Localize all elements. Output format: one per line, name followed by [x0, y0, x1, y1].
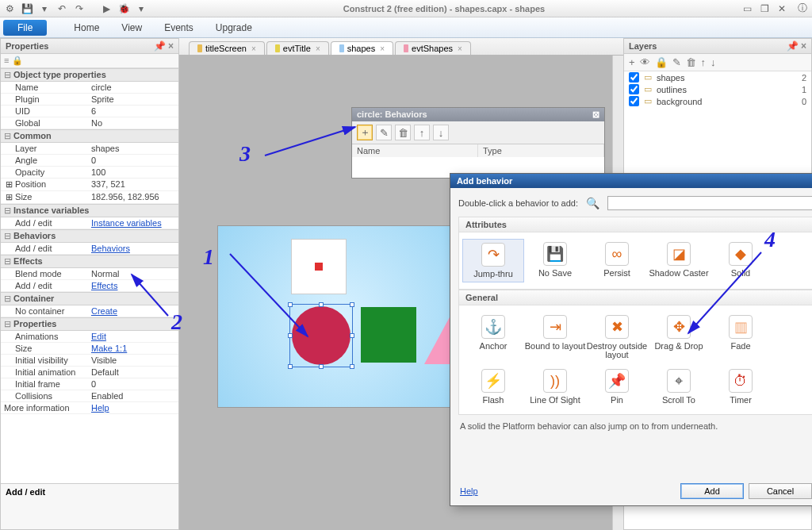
- prop-row[interactable]: Initial frame0: [1, 378, 178, 390]
- behavior-search-input[interactable]: [607, 196, 812, 210]
- add-behavior-button[interactable]: ＋: [357, 125, 373, 140]
- behavior-item-solid[interactable]: ◆Solid: [710, 239, 772, 282]
- prop-row[interactable]: AnimationsEdit: [1, 331, 178, 343]
- help-link[interactable]: Help: [460, 486, 478, 496]
- tab-shapes[interactable]: shapes×: [331, 41, 393, 55]
- prop-tool-icon[interactable]: 🔒: [12, 56, 23, 66]
- panel-close-icon[interactable]: ×: [801, 40, 806, 52]
- behavior-item-anchor[interactable]: ⚓Anchor: [462, 312, 524, 363]
- tab-evtShapes[interactable]: evtShapes×: [395, 41, 471, 55]
- behavior-item-timer[interactable]: ⏱Timer: [710, 366, 772, 408]
- prop-row[interactable]: Initial visibilityVisible: [1, 355, 178, 367]
- cancel-button[interactable]: Cancel: [749, 483, 812, 499]
- tab-evtTitle[interactable]: evtTitle×: [266, 41, 329, 55]
- behavior-item-destroy-outside-layout[interactable]: ✖Destroy outside layout: [586, 312, 648, 363]
- tab-close-icon[interactable]: ×: [316, 44, 320, 53]
- prop-row[interactable]: No containerCreate: [1, 305, 178, 317]
- menu-upgrade[interactable]: Upgrade: [205, 19, 263, 36]
- move-up-icon[interactable]: ↑: [414, 125, 430, 140]
- prop-row[interactable]: Angle0: [1, 155, 178, 167]
- edit-icon[interactable]: ✎: [672, 56, 681, 68]
- help-circle-icon[interactable]: ⓘ: [796, 2, 809, 15]
- behavior-item-line-of-sight[interactable]: ))Line Of Sight: [524, 366, 586, 408]
- layer-visibility-checkbox[interactable]: [629, 96, 639, 106]
- lock-icon[interactable]: 🔒: [655, 56, 668, 68]
- prop-tool-icon[interactable]: ≡: [4, 56, 9, 66]
- prop-group[interactable]: Effects: [1, 255, 178, 268]
- shape-circle-selected[interactable]: [289, 304, 353, 367]
- behavior-item-bound-to-layout[interactable]: ⇥Bound to layout: [524, 312, 586, 363]
- prop-row[interactable]: Add / editEffects: [1, 280, 178, 292]
- behavior-item-scroll-to[interactable]: ⌖Scroll To: [648, 366, 710, 408]
- prop-group[interactable]: Behaviors: [1, 229, 178, 243]
- selection-handles[interactable]: [289, 304, 353, 367]
- prop-group[interactable]: Object type properties: [1, 68, 178, 82]
- layout-frame[interactable]: [217, 225, 463, 408]
- behavior-item-no-save[interactable]: 💾No Save: [524, 239, 586, 282]
- prop-row[interactable]: Add / editInstance variables: [1, 217, 178, 229]
- panel-close-icon[interactable]: ×: [168, 40, 174, 52]
- layer-row[interactable]: ▭background0: [624, 95, 811, 107]
- behavior-item-fade[interactable]: ▥Fade: [710, 312, 772, 363]
- prop-row[interactable]: PluginSprite: [1, 94, 178, 106]
- tab-titleScreen[interactable]: titleScreen×: [189, 41, 265, 55]
- save-icon[interactable]: 💾: [21, 2, 33, 15]
- behavior-item-drag-drop[interactable]: ✥Drag & Drop: [648, 312, 710, 363]
- prop-row[interactable]: GlobalNo: [1, 117, 178, 129]
- move-down-icon[interactable]: ↓: [433, 125, 449, 140]
- shape-square-green[interactable]: [361, 307, 416, 363]
- prop-group[interactable]: Instance variables: [1, 204, 178, 217]
- prop-row[interactable]: SizeMake 1:1: [1, 343, 178, 355]
- prop-row-more-info[interactable]: More informationHelp: [1, 402, 178, 414]
- undo-icon[interactable]: ↶: [56, 2, 68, 15]
- trash-icon[interactable]: 🗑: [686, 56, 696, 68]
- prop-row[interactable]: UID6: [1, 106, 178, 117]
- prop-group[interactable]: Common: [1, 129, 178, 143]
- pin-icon[interactable]: 📌: [787, 40, 799, 52]
- delete-behavior-icon[interactable]: 🗑: [395, 125, 411, 140]
- prop-row[interactable]: Add / editBehaviors: [1, 243, 178, 255]
- move-down-icon[interactable]: ↓: [710, 56, 716, 68]
- behavior-item-jump-thru[interactable]: ↷Jump-thru: [462, 239, 524, 282]
- behavior-item-flash[interactable]: ⚡Flash: [462, 366, 524, 408]
- redo-icon[interactable]: ↷: [73, 2, 86, 15]
- menu-events[interactable]: Events: [153, 19, 205, 36]
- more-icon[interactable]: ▾: [135, 2, 147, 15]
- column-header-type[interactable]: Type: [478, 144, 604, 157]
- prop-row[interactable]: Namecircle: [1, 82, 178, 94]
- add-button[interactable]: Add: [680, 483, 744, 499]
- maximize-icon[interactable]: ❐: [758, 2, 771, 15]
- tab-close-icon[interactable]: ×: [251, 44, 256, 53]
- layer-row[interactable]: ▭outlines1: [624, 83, 811, 95]
- layer-visibility-checkbox[interactable]: [629, 72, 639, 83]
- column-header-name[interactable]: Name: [352, 144, 478, 157]
- menu-view[interactable]: View: [110, 19, 153, 36]
- pin-icon[interactable]: 📌: [154, 40, 166, 52]
- behavior-item-persist[interactable]: ∞Persist: [586, 239, 648, 282]
- prop-row[interactable]: Opacity100: [1, 167, 178, 179]
- prop-row[interactable]: Blend modeNormal: [1, 268, 178, 280]
- file-menu-button[interactable]: File: [3, 20, 47, 36]
- dropdown-icon[interactable]: ▾: [38, 2, 51, 15]
- move-up-icon[interactable]: ↑: [701, 56, 707, 68]
- prop-row[interactable]: CollisionsEnabled: [1, 390, 178, 402]
- minimize-icon[interactable]: ▭: [741, 2, 753, 15]
- dialog-close-icon[interactable]: ⊠: [592, 109, 599, 120]
- add-layer-icon[interactable]: +: [629, 56, 635, 68]
- prop-row[interactable]: ⊞ Position337, 521: [1, 179, 178, 191]
- debug-icon[interactable]: 🐞: [117, 2, 130, 15]
- shape-square-white[interactable]: [291, 239, 347, 294]
- close-window-icon[interactable]: ✕: [776, 2, 788, 15]
- prop-group[interactable]: Container: [1, 292, 178, 305]
- tab-close-icon[interactable]: ×: [380, 44, 385, 53]
- run-icon[interactable]: ▶: [100, 2, 113, 15]
- tab-close-icon[interactable]: ×: [458, 44, 462, 53]
- prop-group[interactable]: Properties: [1, 317, 178, 331]
- prop-row[interactable]: Initial animationDefault: [1, 367, 178, 378]
- prop-row[interactable]: ⊞ Size182.956, 182.956: [1, 191, 178, 204]
- layer-row[interactable]: ▭shapes2: [624, 71, 811, 83]
- edit-behavior-icon[interactable]: ✎: [376, 125, 392, 140]
- layer-visibility-checkbox[interactable]: [629, 84, 639, 94]
- prop-row[interactable]: Layershapes: [1, 143, 178, 155]
- behavior-item-shadow-caster[interactable]: ◪Shadow Caster: [648, 239, 710, 282]
